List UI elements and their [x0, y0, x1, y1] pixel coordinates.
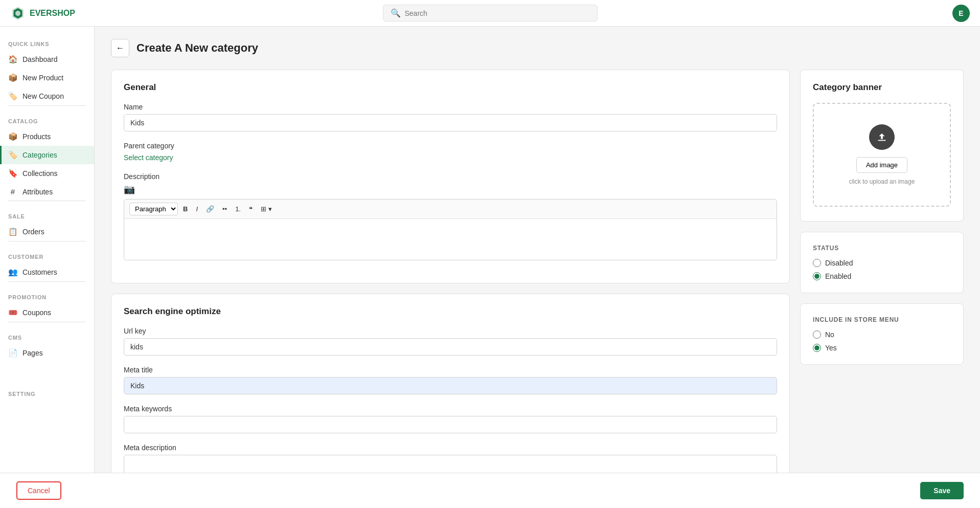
- svg-rect-3: [878, 140, 886, 141]
- rte-quote-button[interactable]: ❝: [246, 203, 256, 215]
- orders-icon: 📋: [8, 227, 17, 236]
- name-group: Name: [124, 103, 777, 131]
- sidebar-label-orders: Orders: [22, 228, 44, 236]
- sidebar-item-collections[interactable]: 🔖 Collections: [0, 164, 94, 183]
- sidebar-label-coupons: Coupons: [22, 308, 51, 317]
- meta-keywords-group: Meta keywords: [124, 405, 777, 433]
- sidebar-label-new-coupon: New Coupon: [22, 92, 64, 100]
- rte-body[interactable]: [124, 219, 777, 260]
- customer-label: CUSTOMER: [0, 246, 94, 263]
- meta-description-group: Meta description: [124, 444, 777, 473]
- search-bar[interactable]: 🔍: [383, 5, 598, 21]
- quick-links-label: QUICK LINKS: [0, 33, 94, 50]
- name-input[interactable]: [124, 114, 777, 131]
- home-icon: 🏠: [8, 55, 17, 64]
- search-icon: 🔍: [391, 8, 401, 18]
- store-menu-label: INCLUDE IN STORE MENU: [813, 316, 951, 323]
- avatar[interactable]: E: [952, 5, 970, 22]
- upload-arrow-icon: [876, 131, 887, 143]
- select-category-link[interactable]: Select category: [124, 153, 173, 162]
- save-button[interactable]: Save: [920, 482, 964, 499]
- logo: EVERSHOP: [10, 6, 75, 21]
- categories-icon: 🏷️: [8, 150, 17, 160]
- status-card: STATUS Disabled Enabled: [800, 232, 964, 293]
- sidebar-item-orders[interactable]: 📋 Orders: [0, 223, 94, 241]
- sidebar-item-attributes[interactable]: # Attributes: [0, 183, 94, 201]
- meta-description-label: Meta description: [124, 444, 777, 452]
- sidebar-item-products[interactable]: 📦 Products: [0, 127, 94, 146]
- status-label: STATUS: [813, 245, 951, 252]
- meta-title-label: Meta title: [124, 366, 777, 374]
- cancel-button[interactable]: Cancel: [16, 481, 61, 500]
- footer-bar: Cancel Save: [0, 473, 980, 508]
- banner-upload-area[interactable]: Add image click to upload an image: [813, 103, 951, 207]
- status-enabled-option[interactable]: Enabled: [813, 272, 951, 280]
- pages-icon: 📄: [8, 348, 17, 358]
- rte-bold-button[interactable]: B: [180, 203, 191, 215]
- sidebar-item-pages[interactable]: 📄 Pages: [0, 344, 94, 362]
- cms-label: CMS: [0, 326, 94, 344]
- seo-card: Search engine optimize Url key Meta titl…: [111, 294, 790, 473]
- left-column: General Name Parent category Select cate…: [111, 70, 790, 473]
- upload-icon: [869, 124, 895, 150]
- collections-icon: 🔖: [8, 169, 17, 178]
- rte-ordered-list-button[interactable]: 1.: [232, 203, 244, 215]
- store-menu-card: INCLUDE IN STORE MENU No Yes: [800, 303, 964, 365]
- rich-text-editor[interactable]: Paragraph B I 🔗 •• 1. ❝ ⊞ ▾: [124, 199, 777, 260]
- general-title: General: [124, 82, 777, 93]
- content-grid: General Name Parent category Select cate…: [111, 70, 964, 473]
- rte-format-select[interactable]: Paragraph: [129, 203, 178, 215]
- page-title: Create A New category: [136, 41, 258, 55]
- products-icon: 📦: [8, 132, 17, 141]
- upload-hint: click to upload an image: [824, 178, 940, 185]
- status-enabled-label: Enabled: [825, 272, 851, 280]
- meta-keywords-input[interactable]: [124, 416, 777, 433]
- layout: QUICK LINKS 🏠 Dashboard 📦 New Product 🏷️…: [0, 27, 980, 473]
- sidebar-label-new-product: New Product: [22, 74, 63, 82]
- name-label: Name: [124, 103, 777, 111]
- sidebar-item-customers[interactable]: 👥 Customers: [0, 263, 94, 281]
- store-menu-yes-radio[interactable]: [813, 344, 821, 352]
- sidebar-item-coupons[interactable]: 🎟️ Coupons: [0, 303, 94, 322]
- store-menu-no-label: No: [825, 330, 834, 339]
- url-key-label: Url key: [124, 327, 777, 335]
- new-coupon-icon: 🏷️: [8, 92, 17, 101]
- sidebar-item-dashboard[interactable]: 🏠 Dashboard: [0, 50, 94, 69]
- rte-italic-button[interactable]: I: [193, 203, 201, 215]
- parent-category-group: Parent category Select category: [124, 142, 777, 162]
- store-menu-no-option[interactable]: No: [813, 330, 951, 339]
- sidebar-item-categories[interactable]: 🏷️ Categories: [0, 146, 94, 164]
- meta-keywords-label: Meta keywords: [124, 405, 777, 413]
- status-disabled-radio[interactable]: [813, 259, 821, 267]
- meta-description-textarea[interactable]: [124, 455, 777, 473]
- rte-bullet-list-button[interactable]: ••: [219, 203, 230, 215]
- sidebar-label-customers: Customers: [22, 268, 57, 276]
- url-key-group: Url key: [124, 327, 777, 356]
- status-disabled-option[interactable]: Disabled: [813, 259, 951, 267]
- meta-title-group: Meta title: [124, 366, 777, 394]
- add-image-button[interactable]: Add image: [856, 157, 907, 173]
- sidebar-label-attributes: Attributes: [22, 188, 53, 196]
- attributes-icon: #: [8, 187, 17, 196]
- main-content: ← Create A New category General Name Par…: [95, 27, 980, 473]
- rte-table-button[interactable]: ⊞ ▾: [258, 203, 275, 215]
- search-input[interactable]: [405, 9, 590, 17]
- meta-title-input[interactable]: [124, 377, 777, 394]
- sale-label: SALE: [0, 205, 94, 223]
- rte-link-button[interactable]: 🔗: [203, 203, 217, 215]
- store-menu-yes-option[interactable]: Yes: [813, 344, 951, 352]
- back-button[interactable]: ←: [111, 39, 129, 57]
- rte-toolbar: Paragraph B I 🔗 •• 1. ❝ ⊞ ▾: [124, 200, 777, 219]
- topbar: EVERSHOP 🔍 E: [0, 0, 980, 27]
- status-radio-group: Disabled Enabled: [813, 259, 951, 280]
- sidebar-item-new-product[interactable]: 📦 New Product: [0, 69, 94, 87]
- url-key-input[interactable]: [124, 338, 777, 356]
- sidebar-item-new-coupon[interactable]: 🏷️ New Coupon: [0, 87, 94, 105]
- right-column: Category banner Add image click to uploa…: [800, 70, 964, 473]
- sidebar-label-categories: Categories: [22, 151, 57, 159]
- store-menu-no-radio[interactable]: [813, 330, 821, 339]
- parent-category-label: Parent category: [124, 142, 777, 150]
- banner-title: Category banner: [813, 82, 951, 93]
- status-enabled-radio[interactable]: [813, 272, 821, 280]
- status-disabled-label: Disabled: [825, 259, 853, 267]
